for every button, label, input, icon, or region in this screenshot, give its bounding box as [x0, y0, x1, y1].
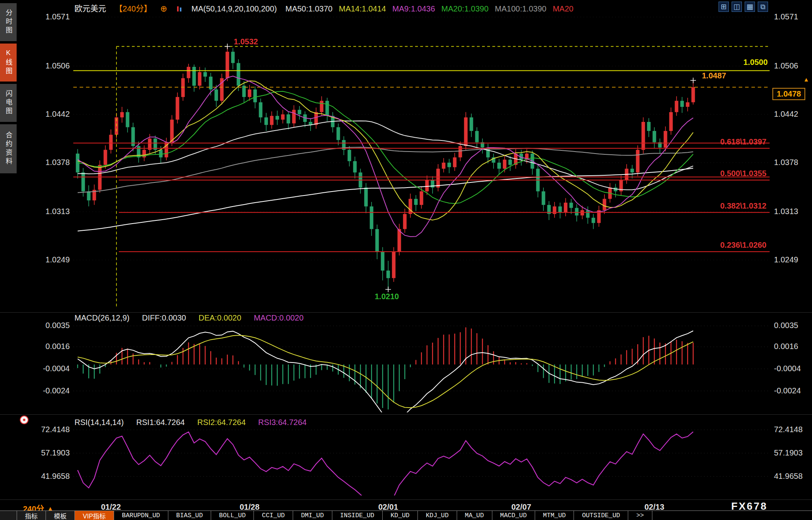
macd-diff-readout: DIFF:0.0030: [142, 313, 186, 322]
rsi-tick-label: 72.4148: [17, 425, 70, 434]
macd-header: MACD(26,12,9) DIFF:0.0030 DEA:0.0020 MAC…: [74, 313, 314, 323]
rsi-layer: [73, 430, 770, 514]
rsi-header: RSI(14,14,14) RSI1:64.7264 RSI2:64.7264 …: [74, 418, 317, 427]
price-tick-label: 1.0378: [17, 158, 70, 167]
left-sidebar: 分时图K线图闪电图合约资料: [0, 0, 17, 520]
macd-tick-label: 0.0035: [774, 321, 798, 330]
chart-canvas[interactable]: [0, 0, 812, 520]
trading-terminal: 分时图K线图闪电图合约资料 欧元美元 【240分】 ⊕ MA(50,14,9,2…: [0, 0, 812, 520]
price-tick-label: 1.0442: [774, 110, 798, 119]
panel-separator: [0, 499, 812, 500]
toolbar-tab->>[interactable]: >>: [628, 511, 652, 520]
toolbar-tab-outsideud[interactable]: OUTSIDE_UD: [574, 511, 628, 520]
toolbar-tab-cn-1[interactable]: 模板: [46, 511, 75, 520]
sidebar-tab-0[interactable]: 分时图: [0, 3, 17, 41]
chart-header: 欧元美元 【240分】 ⊕ MA(50,14,9,20,100,200) MA5…: [74, 2, 586, 14]
toolbar-tab-mtmud[interactable]: MTM_UD: [535, 511, 574, 520]
date-label: 02/07: [511, 503, 531, 512]
price-tick-label: 1.0378: [774, 158, 798, 167]
rsi-tick-label: 72.4148: [774, 425, 802, 434]
rsi1-readout: RSI1:64.7264: [136, 418, 185, 427]
indicator-toolbar: 指标模板VIP指标BARUPDN_UDBIAS_UDBOLL_UDCCI_UDD…: [0, 511, 812, 520]
rsi-tick-label: 41.9658: [774, 472, 802, 481]
low-price-label: 1.0210: [375, 292, 399, 301]
price-marker-arrow-icon: ▲: [803, 76, 809, 83]
price-tick-label: 1.0506: [774, 61, 798, 70]
macd-tick-label: 0.0016: [774, 342, 798, 351]
macd-tick-label: -0.0004: [774, 364, 801, 373]
ma-readout-2: MA9:1.0436: [392, 4, 435, 13]
fib-level-label: 0.618\1.0397: [648, 137, 766, 146]
price-tick-label: 1.0571: [774, 12, 798, 21]
date-label: 02/13: [644, 503, 664, 512]
price-tick-label: 1.0506: [17, 61, 70, 70]
rsi2-readout: RSI2:64.7264: [197, 418, 246, 427]
price-tick-label: 1.0571: [17, 12, 70, 21]
date-label: 02/01: [378, 503, 398, 512]
rsi-title: RSI(14,14,14): [74, 418, 124, 427]
fib-level-label: 0.500\1.0355: [648, 169, 766, 178]
layout-icon-row: ⊞◫▦⧉: [719, 2, 768, 12]
ma-readout-3: MA20:1.0390: [441, 4, 488, 13]
toolbar-tab-macdud[interactable]: MACD_UD: [492, 511, 535, 520]
macd-tick-label: -0.0004: [17, 364, 70, 373]
price-tick-label: 1.0313: [774, 207, 798, 216]
date-label: 01/28: [240, 503, 259, 512]
macd-tick-label: -0.0024: [774, 386, 801, 395]
toolbar-tab-cciud[interactable]: CCI_UD: [254, 511, 293, 520]
toolbar-tab-barupdnud[interactable]: BARUPDN_UD: [114, 511, 168, 520]
toolbar-tab-cn-0[interactable]: 指标: [17, 511, 46, 520]
add-indicator-icon[interactable]: ⊕: [160, 4, 168, 13]
ma-readout-0: MA50:1.0370: [286, 4, 333, 13]
rsi-tick-label: 41.9658: [17, 472, 70, 481]
sidebar-tab-1[interactable]: K线图: [0, 44, 17, 82]
rsi3-readout: RSI3:64.7264: [258, 418, 307, 427]
symbol-name: 欧元美元: [74, 4, 106, 13]
toolbar-tab-bollud[interactable]: BOLL_UD: [211, 511, 254, 520]
chart-style-icon[interactable]: ▦: [745, 2, 755, 12]
panel-separator: [0, 312, 812, 313]
macd-tick-label: -0.0024: [17, 386, 70, 395]
toolbar-tab-kdud[interactable]: KD_UD: [383, 511, 418, 520]
sidebar-tab-2[interactable]: 闪电图: [0, 84, 17, 122]
price-tick-label: 1.0249: [774, 255, 798, 264]
macd-dea-readout: DEA:0.0020: [198, 313, 241, 322]
rsi-tick-label: 57.1903: [774, 448, 802, 457]
price-tick-label: 1.0313: [17, 207, 70, 216]
target-icon[interactable]: [20, 416, 29, 424]
sidebar-tab-3[interactable]: 合约资料: [0, 124, 17, 173]
timeframe-label: 【240分】: [115, 4, 152, 13]
macd-tick-label: 0.0035: [17, 321, 70, 330]
split-panel-icon[interactable]: ◫: [732, 2, 742, 12]
toolbar-tab-biasud[interactable]: BIAS_UD: [168, 511, 211, 520]
current-price-box: 1.0478: [772, 88, 805, 100]
rsi-tick-label: 57.1903: [17, 448, 70, 457]
ma-readout-1: MA14:1.0414: [339, 4, 386, 13]
price-tick-label: 1.0249: [17, 255, 70, 264]
macd-title: MACD(26,12,9): [74, 313, 130, 322]
fib-level-label: 0.236\1.0260: [648, 241, 766, 250]
price-tick-label: 1.0442: [17, 110, 70, 119]
macd-hist-readout: MACD:0.0020: [254, 313, 304, 322]
toolbar-tab-kdjud[interactable]: KDJ_UD: [418, 511, 457, 520]
peak-price-label: 1.0532: [234, 37, 258, 46]
macd-tick-label: 0.0016: [17, 342, 70, 351]
toolbar-tab-insideud[interactable]: INSIDE_UD: [332, 511, 383, 520]
toolbar-tab-dmiud[interactable]: DMI_UD: [293, 511, 332, 520]
date-label: 01/22: [101, 503, 121, 512]
macd-layer: [73, 326, 770, 421]
toolbar-tab-vip[interactable]: VIP指标: [75, 511, 114, 520]
toolbar-spacer: [0, 511, 17, 520]
resistance-price-label: 1.0500: [650, 58, 768, 67]
ma-readouts: MA50:1.0370MA14:1.0414MA9:1.0436MA20:1.0…: [286, 4, 580, 13]
kline-icon: [176, 6, 183, 13]
grid-layout-icon[interactable]: ⊞: [719, 2, 729, 12]
toolbar-tab-maud[interactable]: MA_UD: [457, 511, 492, 520]
ma-readout-5: MA20: [553, 4, 573, 13]
popout-window-icon[interactable]: ⧉: [758, 2, 768, 12]
ma-readout-4: MA100:1.0390: [495, 4, 546, 13]
ma-settings-label: MA(50,14,9,20,100,200): [191, 4, 277, 13]
panel-separator: [0, 414, 812, 415]
last-high-price-label: 1.0487: [702, 71, 726, 80]
fib-level-label: 0.382\1.0312: [648, 201, 766, 211]
